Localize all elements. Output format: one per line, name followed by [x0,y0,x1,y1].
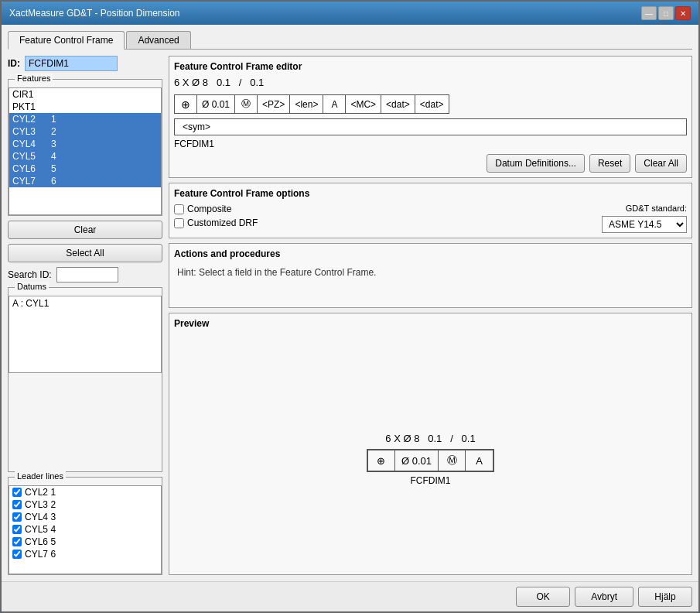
leader-item: CYL7 6 [9,548,161,560]
preview-content: 6 X Ø 8 0.1 / 0.1 ⊕ Ø 0.01 Ⓜ A FCFDIM1 [174,334,687,575]
reset-button[interactable]: Reset [589,154,630,173]
fcf-cell-len[interactable]: <len> [289,94,323,114]
preview-cell-datum: A [466,450,493,471]
options-row: Composite Customized DRF GD&T standard: … [174,204,687,233]
fcf-sym-cell[interactable]: <sym> [174,118,687,135]
composite-label: Composite [187,204,231,214]
leader-item: CYL3 2 [9,498,161,511]
preview-name: FCFDIM1 [411,475,451,486]
window-title: XactMeasure GD&T - Position Dimension [9,8,180,19]
fcf-formula: 6 X Ø 8 0.1 / 0.1 [174,77,687,88]
list-item[interactable]: CYL2 1 [9,113,161,125]
checkboxes-col: Composite Customized DRF [174,204,258,231]
ok-button[interactable]: OK [516,587,570,607]
datums-label: Datums [15,282,49,291]
leader-checkbox[interactable] [12,525,22,534]
leader-item: CYL5 4 [9,523,161,536]
leader-checkbox[interactable] [12,512,22,522]
fcf-cell-tolerance[interactable]: Ø 0.01 [196,94,235,114]
features-label: Features [15,74,53,83]
id-label: ID: [8,58,20,69]
minimize-button[interactable]: — [641,6,657,20]
options-section: Feature Control Frame options Composite … [169,183,692,238]
footer: OK Avbryt Hjälp [2,581,698,611]
preview-formula: 6 X Ø 8 0.1 / 0.1 [385,433,475,444]
leader-checkbox[interactable] [12,550,22,559]
list-item[interactable]: CYL6 5 [9,163,161,175]
leader-lines-list[interactable]: CYL2 1 CYL3 2 CYL4 3 CYL5 4 [9,485,162,574]
content-area: Feature Control Frame Advanced ID: Featu… [2,25,698,581]
fcf-cell-modifier[interactable]: Ⓜ [234,94,258,114]
fcf-cell-dat2[interactable]: <dat> [415,94,449,114]
datum-definitions-button[interactable]: Datum Definitions... [487,154,585,173]
gdt-select[interactable]: ASME Y14.5 ISO [602,216,687,233]
tab-advanced[interactable]: Advanced [126,31,190,49]
leader-checkbox[interactable] [12,537,22,546]
preview-cells: ⊕ Ø 0.01 Ⓜ A [367,449,494,472]
leader-checkbox[interactable] [12,488,22,497]
search-label: Search ID: [8,269,52,280]
close-button[interactable]: ✕ [675,6,691,20]
main-layout: ID: Features CIR1 PKT1 [8,56,692,575]
leader-lines-group: Leader lines CYL2 1 CYL3 2 CYL4 3 [8,477,162,575]
options-title: Feature Control Frame options [174,188,687,199]
list-item[interactable]: CYL7 6 [9,175,161,187]
actions-section: Actions and procedures Hint: Select a fi… [169,243,692,308]
leader-checkbox[interactable] [12,500,22,509]
leader-item: CYL4 3 [9,511,161,523]
tab-feature-control-frame[interactable]: Feature Control Frame [8,31,125,50]
datums-group: Datums A : CYL1 [8,287,162,472]
fcf-cell-position[interactable]: ⊕ [174,94,197,114]
id-row: ID: [8,56,162,71]
main-window: XactMeasure GD&T - Position Dimension — … [0,0,700,613]
composite-row: Composite [174,204,258,214]
list-item[interactable]: CYL3 2 [9,125,161,138]
left-panel: ID: Features CIR1 PKT1 [8,56,162,575]
actions-title: Actions and procedures [174,248,687,259]
customized-drf-label: Customized DRF [187,217,258,228]
clear-button[interactable]: Clear [8,221,162,239]
fcf-editor-section: Feature Control Frame editor 6 X Ø 8 0.1… [169,56,692,178]
fcf-cells-row: ⊕ Ø 0.01 Ⓜ <PZ> <len> A <MC> <dat> <dat> [174,94,687,114]
fcf-buttons-row: Datum Definitions... Reset Clear All [174,154,687,173]
composite-checkbox[interactable] [174,204,184,214]
clear-all-button[interactable]: Clear All [635,154,687,173]
fcf-editor-title: Feature Control Frame editor [174,61,687,72]
preview-title: Preview [174,318,687,329]
preview-cell-modifier: Ⓜ [439,450,466,471]
fcf-name: FCFDIM1 [174,139,687,149]
leader-item: CYL2 1 [9,486,161,498]
tab-bar: Feature Control Frame Advanced [8,31,692,50]
title-bar: XactMeasure GD&T - Position Dimension — … [2,2,698,25]
search-row: Search ID: [8,267,162,283]
leader-item: CYL6 5 [9,536,161,548]
preview-cell-tolerance: Ø 0.01 [395,450,439,471]
gdt-standard-label: GD&T standard: [626,204,687,213]
preview-cell-symbol: ⊕ [368,450,395,471]
hint-text: Hint: Select a field in the Feature Cont… [174,264,687,303]
leader-lines-label: Leader lines [15,471,66,481]
fcf-cell-mc[interactable]: <MC> [345,94,381,114]
cancel-button[interactable]: Avbryt [575,587,633,607]
datums-box: A : CYL1 [9,296,162,373]
customized-drf-row: Customized DRF [174,217,258,228]
id-input[interactable] [25,56,118,71]
features-list[interactable]: CIR1 PKT1 CYL2 1 CYL3 [9,87,162,215]
list-item[interactable]: PKT1 [9,101,161,113]
gdt-standard-col: GD&T standard: ASME Y14.5 ISO [602,204,687,233]
help-button[interactable]: Hjälp [638,587,692,607]
list-item[interactable]: CIR1 [9,88,161,101]
preview-section: Preview 6 X Ø 8 0.1 / 0.1 ⊕ Ø 0.01 Ⓜ A F… [169,313,692,575]
list-item[interactable]: CYL5 4 [9,150,161,163]
title-controls: — □ ✕ [641,6,691,20]
fcf-cell-pz[interactable]: <PZ> [257,94,290,114]
features-group: Features CIR1 PKT1 CYL2 1 [8,79,162,216]
customized-drf-checkbox[interactable] [174,218,184,228]
maximize-button[interactable]: □ [658,6,674,20]
select-all-button[interactable]: Select All [8,244,162,262]
list-item[interactable]: CYL4 3 [9,138,161,150]
fcf-cell-dat1[interactable]: <dat> [381,94,415,114]
right-panel: Feature Control Frame editor 6 X Ø 8 0.1… [169,56,692,575]
fcf-cell-datum-a[interactable]: A [323,94,346,114]
search-input[interactable] [56,267,118,283]
